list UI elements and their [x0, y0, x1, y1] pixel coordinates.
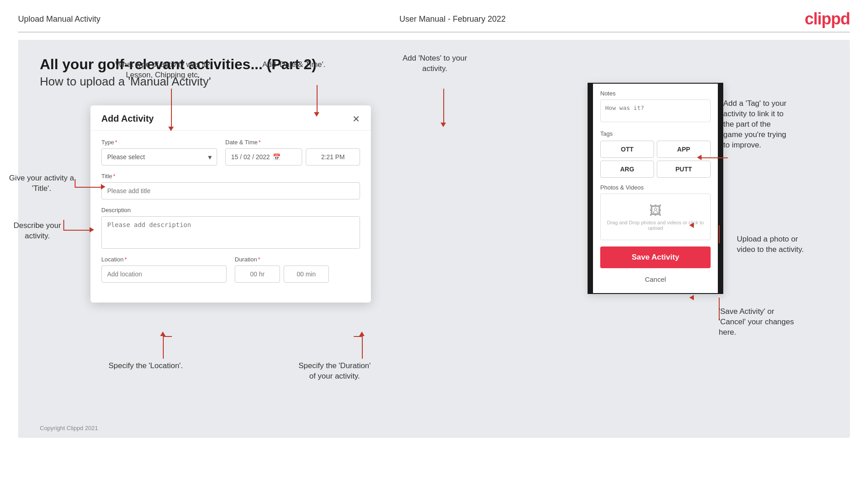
datetime-group: Date & Time* 15 / 02 / 2022 📅: [225, 139, 360, 166]
arrow-line-loc: [163, 336, 164, 359]
type-select[interactable]: Please select: [101, 148, 217, 166]
annotation-title: Give your activity a'Title'.: [9, 173, 74, 194]
location-label: Location*: [101, 256, 227, 263]
arrow-left-photos: [689, 223, 694, 228]
arrow-line-type2: [171, 110, 172, 128]
arrow-line-desc-v: [63, 220, 64, 231]
arrow-line-loc-h: [163, 336, 172, 337]
description-input[interactable]: [101, 216, 360, 249]
arrow-down-dt: [314, 112, 319, 117]
arrow-line-photos: [719, 225, 720, 243]
annotation-save: 'Save Activity' or'Cancel' your changesh…: [719, 307, 854, 338]
tag-app[interactable]: APP: [657, 141, 711, 158]
tag-ott[interactable]: OTT: [600, 141, 654, 158]
tag-putt[interactable]: PUTT: [657, 161, 711, 178]
description-row: Description: [101, 207, 360, 249]
arrow-up-dur: [359, 332, 365, 336]
arrow-line-dur: [362, 336, 363, 359]
duration-group: Duration*: [235, 256, 360, 283]
annotation-datetime: Add 'Date & Time'.: [262, 60, 326, 70]
arrow-right-title: [101, 184, 105, 190]
phone-content: Notes Tags OTT APP ARG PUTT Photos & Vid…: [593, 84, 718, 293]
top-bar: Upload Manual Activity User Manual - Feb…: [0, 0, 868, 32]
tags-label: Tags: [600, 130, 711, 137]
title-label: Title*: [101, 173, 360, 180]
arrow-left-tags: [697, 155, 702, 160]
modal-title: Add Activity: [101, 114, 154, 124]
location-duration-row: Location* Duration*: [101, 256, 360, 283]
tag-arg[interactable]: ARG: [600, 161, 654, 178]
cancel-button[interactable]: Cancel: [600, 272, 711, 287]
duration-inputs: [235, 265, 360, 283]
manual-title: User Manual - February 2022: [399, 14, 506, 24]
annotation-location: Specify the 'Location'.: [109, 361, 183, 371]
clippd-logo: clippd: [805, 9, 850, 28]
arrow-left-save: [689, 295, 694, 300]
main-content: All your golf-relevant activities... (Pa…: [18, 40, 850, 438]
calendar-icon: 📅: [273, 153, 280, 161]
photos-label: Photos & Videos: [600, 184, 711, 191]
add-activity-modal: Add Activity ✕ Type* Please select ▾: [90, 105, 371, 303]
type-label: Type*: [101, 139, 217, 146]
image-icon: 🖼: [605, 203, 706, 218]
arrow-line-title-v: [75, 179, 76, 187]
type-group: Type* Please select ▾: [101, 139, 217, 166]
duration-hr-input[interactable]: [235, 265, 280, 283]
modal-body: Type* Please select ▾ Date & Time*: [90, 131, 371, 283]
date-value: 15 / 02 / 2022: [231, 153, 270, 161]
arrow-line-notes: [443, 89, 444, 125]
annotation-description: Describe youractivity.: [14, 221, 61, 242]
notes-label: Notes: [600, 90, 711, 97]
phone-panel: Notes Tags OTT APP ARG PUTT Photos & Vid…: [588, 83, 723, 294]
arrow-right-desc: [90, 227, 94, 232]
duration-label: Duration*: [235, 256, 360, 263]
title-input[interactable]: [101, 182, 360, 199]
datetime-inputs: 15 / 02 / 2022 📅: [225, 148, 360, 166]
location-input[interactable]: [101, 265, 227, 283]
arrow-line-desc: [63, 230, 90, 231]
arrow-line-tags: [701, 157, 728, 158]
duration-min-input[interactable]: [284, 265, 329, 283]
annotation-activity-type: What type of activity was it?Lesson, Chi…: [115, 60, 210, 81]
header-divider: [18, 32, 850, 33]
datetime-label: Date & Time*: [225, 139, 360, 146]
modal-header: Add Activity ✕: [90, 105, 371, 131]
arrow-up-loc: [160, 332, 166, 336]
save-activity-button[interactable]: Save Activity: [600, 246, 711, 268]
arrow-line-title: [75, 187, 102, 188]
copyright: Copyright Clippd 2021: [40, 425, 98, 431]
location-group: Location*: [101, 256, 227, 283]
photos-upload-area[interactable]: 🖼 Drag and Drop photos and videos or cli…: [600, 194, 711, 240]
title-row: Title*: [101, 173, 360, 199]
date-input[interactable]: 15 / 02 / 2022 📅: [225, 148, 302, 166]
close-icon[interactable]: ✕: [352, 114, 360, 123]
arrow-line-dur-h: [354, 336, 363, 337]
annotation-tags: Add a 'Tag' to youractivity to link it t…: [723, 99, 854, 151]
tags-grid: OTT APP ARG PUTT: [600, 141, 711, 178]
page-title: Upload Manual Activity: [18, 14, 100, 24]
description-group: Description: [101, 207, 360, 249]
annotation-notes: Add 'Notes' to youractivity.: [403, 53, 467, 74]
annotation-photos: Upload a photo orvideo to the activity.: [737, 234, 854, 255]
type-select-wrapper: Please select ▾: [101, 148, 217, 166]
arrow-down-notes: [441, 123, 446, 127]
annotation-duration: Specify the 'Duration'of your activity.: [299, 361, 371, 382]
description-label: Description: [101, 207, 360, 213]
time-input[interactable]: [306, 148, 360, 166]
notes-input[interactable]: [600, 99, 711, 122]
title-group: Title*: [101, 173, 360, 199]
arrow-line-dt: [317, 85, 318, 114]
type-datetime-row: Type* Please select ▾ Date & Time*: [101, 139, 360, 166]
arrow-down-type: [168, 127, 174, 131]
